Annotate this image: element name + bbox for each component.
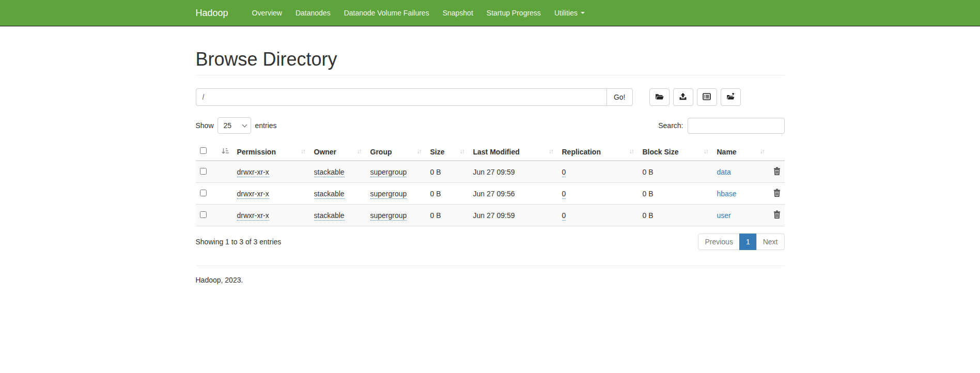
size-value: 0 B bbox=[430, 211, 441, 220]
directory-toolbar bbox=[649, 88, 741, 106]
folder-move-icon bbox=[726, 92, 735, 102]
upload-file-button[interactable] bbox=[673, 88, 693, 106]
column-header-actions bbox=[769, 143, 785, 161]
trash-icon bbox=[773, 167, 781, 177]
sort-ascending-icon bbox=[222, 148, 229, 156]
table-row: drwxr-xr-x stackable supergroup 0 B Jun … bbox=[196, 205, 785, 226]
show-entries-control: Show 25 entries bbox=[196, 117, 277, 134]
column-header-replication[interactable]: Replication↓↑ bbox=[558, 143, 639, 161]
sort-both-icon: ↓↑ bbox=[760, 148, 765, 155]
group-editable[interactable]: supergroup bbox=[370, 168, 407, 177]
replication-editable[interactable]: 0 bbox=[562, 190, 566, 199]
owner-editable[interactable]: stackable bbox=[314, 168, 345, 177]
delete-button[interactable] bbox=[773, 210, 781, 220]
delete-button[interactable] bbox=[773, 167, 781, 177]
path-row: Go! bbox=[196, 88, 785, 106]
upload-icon bbox=[679, 92, 687, 102]
show-label: Show bbox=[196, 121, 214, 130]
table-controls-row: Show 25 entries Search: bbox=[196, 117, 785, 134]
search-label: Search: bbox=[658, 121, 683, 130]
pagination-next-button[interactable]: Next bbox=[756, 234, 785, 250]
nav-item-snapshot[interactable]: Snapshot bbox=[436, 0, 480, 26]
search-input[interactable] bbox=[688, 118, 785, 134]
table-footer-row: Showing 1 to 3 of 3 entries Previous 1 N… bbox=[196, 234, 785, 250]
sort-both-icon: ↓↑ bbox=[629, 148, 634, 155]
nav-item-utilities-label: Utilities bbox=[554, 9, 578, 17]
entries-info: Showing 1 to 3 of 3 entries bbox=[196, 238, 282, 246]
page-header: Browse Directory bbox=[196, 49, 785, 75]
main-container: Browse Directory Go! bbox=[188, 49, 792, 305]
brand-hadoop[interactable]: Hadoop bbox=[196, 0, 236, 26]
directory-link-user[interactable]: user bbox=[717, 211, 731, 220]
row-checkbox[interactable] bbox=[200, 168, 207, 175]
last-modified-value: Jun 27 09:59 bbox=[473, 168, 515, 176]
navbar-container: Hadoop Overview Datanodes Datanode Volum… bbox=[188, 0, 792, 26]
permission-editable[interactable]: drwxr-xr-x bbox=[237, 211, 269, 221]
folder-open-icon bbox=[655, 92, 664, 102]
sort-both-icon: ↓↑ bbox=[417, 148, 422, 155]
nav-item-datanode-volume-failures[interactable]: Datanode Volume Failures bbox=[337, 0, 436, 26]
column-header-permission[interactable]: Permission↓↑ bbox=[233, 143, 310, 161]
permission-editable[interactable]: drwxr-xr-x bbox=[237, 190, 269, 199]
column-header-group[interactable]: Group↓↑ bbox=[366, 143, 426, 161]
row-checkbox[interactable] bbox=[200, 190, 207, 196]
entries-label: entries bbox=[255, 121, 277, 130]
page-size-select-wrap: 25 bbox=[217, 117, 251, 134]
page-size-select[interactable]: 25 bbox=[217, 117, 251, 134]
replication-editable[interactable]: 0 bbox=[562, 211, 566, 221]
cut-paste-button[interactable] bbox=[697, 88, 717, 106]
group-editable[interactable]: supergroup bbox=[370, 190, 407, 199]
nav-item-overview[interactable]: Overview bbox=[245, 0, 289, 26]
caret-down-icon bbox=[581, 12, 585, 14]
top-navbar: Hadoop Overview Datanodes Datanode Volum… bbox=[0, 0, 980, 26]
permission-editable[interactable]: drwxr-xr-x bbox=[237, 168, 269, 177]
size-value: 0 B bbox=[430, 168, 441, 176]
list-alt-icon bbox=[703, 92, 711, 102]
directory-path-input[interactable] bbox=[196, 88, 607, 106]
nav-item-datanodes[interactable]: Datanodes bbox=[289, 0, 337, 26]
delete-button[interactable] bbox=[773, 189, 781, 198]
group-editable[interactable]: supergroup bbox=[370, 211, 407, 221]
table-row: drwxr-xr-x stackable supergroup 0 B Jun … bbox=[196, 161, 785, 183]
go-button[interactable]: Go! bbox=[606, 88, 633, 106]
nav-item-startup-progress[interactable]: Startup Progress bbox=[480, 0, 548, 26]
column-header-owner[interactable]: Owner↓↑ bbox=[310, 143, 366, 161]
directory-link-hbase[interactable]: hbase bbox=[717, 190, 737, 198]
table-header-row: Permission↓↑ Owner↓↑ Group↓↑ Size↓↑ Last… bbox=[196, 143, 785, 161]
select-all-checkbox[interactable] bbox=[200, 147, 207, 154]
sort-both-icon: ↓↑ bbox=[549, 148, 554, 155]
column-header-select-all[interactable] bbox=[196, 143, 233, 161]
owner-editable[interactable]: stackable bbox=[314, 190, 345, 199]
owner-editable[interactable]: stackable bbox=[314, 211, 345, 221]
column-header-name[interactable]: Name↓↑ bbox=[713, 143, 769, 161]
block-size-value: 0 B bbox=[643, 168, 654, 176]
sort-both-icon: ↓↑ bbox=[357, 148, 362, 155]
block-size-value: 0 B bbox=[643, 211, 654, 220]
page-title: Browse Directory bbox=[196, 49, 785, 70]
directory-table: Permission↓↑ Owner↓↑ Group↓↑ Size↓↑ Last… bbox=[196, 143, 785, 226]
move-to-trash-button[interactable] bbox=[721, 88, 741, 106]
column-header-last-modified[interactable]: Last Modified↓↑ bbox=[469, 143, 558, 161]
column-header-block-size[interactable]: Block Size↓↑ bbox=[639, 143, 713, 161]
nav-item-utilities-dropdown[interactable]: Utilities bbox=[548, 0, 592, 26]
last-modified-value: Jun 27 09:59 bbox=[473, 211, 515, 220]
create-directory-button[interactable] bbox=[649, 88, 670, 106]
nav-links: Overview Datanodes Datanode Volume Failu… bbox=[245, 0, 592, 26]
pagination-previous-button[interactable]: Previous bbox=[698, 234, 739, 250]
directory-link-data[interactable]: data bbox=[717, 168, 731, 176]
row-checkbox[interactable] bbox=[200, 211, 207, 218]
column-header-size[interactable]: Size↓↑ bbox=[426, 143, 469, 161]
site-footer-text: Hadoop, 2023. bbox=[196, 266, 785, 305]
trash-icon bbox=[773, 189, 781, 198]
directory-input-group: Go! bbox=[196, 88, 633, 106]
pagination: Previous 1 Next bbox=[698, 234, 784, 250]
table-row: drwxr-xr-x stackable supergroup 0 B Jun … bbox=[196, 183, 785, 205]
sort-both-icon: ↓↑ bbox=[301, 148, 306, 155]
pagination-page-1-button[interactable]: 1 bbox=[739, 234, 757, 250]
replication-editable[interactable]: 0 bbox=[562, 168, 566, 177]
size-value: 0 B bbox=[430, 190, 441, 198]
search-control: Search: bbox=[658, 118, 784, 134]
sort-both-icon: ↓↑ bbox=[704, 148, 709, 155]
trash-icon bbox=[773, 210, 781, 220]
block-size-value: 0 B bbox=[643, 190, 654, 198]
